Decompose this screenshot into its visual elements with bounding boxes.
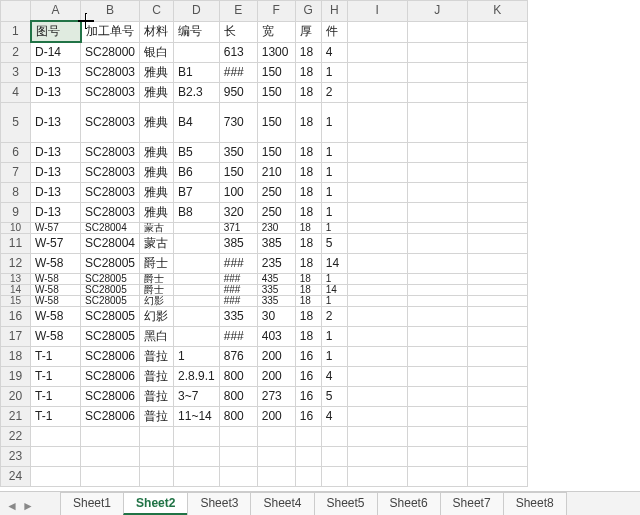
cell[interactable]: 16 <box>295 387 321 407</box>
cell[interactable]: 18 <box>295 63 321 83</box>
cell[interactable] <box>347 367 407 387</box>
row-header[interactable]: 19 <box>1 367 31 387</box>
row-header[interactable]: 10 <box>1 223 31 234</box>
cell[interactable] <box>347 234 407 254</box>
cell[interactable] <box>347 63 407 83</box>
cell[interactable]: 1 <box>321 327 347 347</box>
cell[interactable]: D-14 <box>31 42 81 63</box>
cell[interactable] <box>257 427 295 447</box>
cell[interactable]: D-13 <box>31 163 81 183</box>
cell[interactable] <box>347 407 407 427</box>
cell[interactable] <box>467 427 527 447</box>
cell[interactable] <box>347 427 407 447</box>
cell[interactable]: 200 <box>257 367 295 387</box>
row-header[interactable]: 5 <box>1 103 31 143</box>
cell[interactable] <box>174 285 220 296</box>
cell[interactable] <box>347 183 407 203</box>
cell[interactable]: 1300 <box>257 42 295 63</box>
cell[interactable]: B6 <box>174 163 220 183</box>
row-header[interactable]: 17 <box>1 327 31 347</box>
cell[interactable] <box>347 307 407 327</box>
cell[interactable]: SC28003 <box>81 143 140 163</box>
row-header[interactable]: 3 <box>1 63 31 83</box>
cell[interactable]: SC28005 <box>81 307 140 327</box>
cell[interactable]: 335 <box>257 296 295 307</box>
cell[interactable] <box>467 223 527 234</box>
sheet-tab-sheet7[interactable]: Sheet7 <box>440 492 504 515</box>
cell[interactable] <box>31 427 81 447</box>
column-header-B[interactable]: B <box>81 1 140 22</box>
cell[interactable]: 18 <box>295 163 321 183</box>
cell[interactable]: 4 <box>321 407 347 427</box>
column-header-E[interactable]: E <box>219 1 257 22</box>
cell[interactable]: 320 <box>219 203 257 223</box>
cell[interactable]: 18 <box>295 296 321 307</box>
cell[interactable]: 5 <box>321 234 347 254</box>
cell[interactable]: 18 <box>295 103 321 143</box>
cell[interactable]: 爵士 <box>140 254 174 274</box>
cell[interactable] <box>467 83 527 103</box>
cell[interactable]: 18 <box>295 223 321 234</box>
cell[interactable]: 200 <box>257 407 295 427</box>
cell[interactable]: 385 <box>219 234 257 254</box>
tab-nav-buttons[interactable]: ◄ ► <box>6 499 34 513</box>
cell[interactable]: 编号 <box>174 21 220 42</box>
cell[interactable] <box>140 427 174 447</box>
cell[interactable] <box>174 447 220 467</box>
sheet-tab-sheet2[interactable]: Sheet2 <box>123 492 188 515</box>
cell[interactable] <box>81 467 140 487</box>
cell[interactable]: 403 <box>257 327 295 347</box>
cell[interactable]: SC28004 <box>81 234 140 254</box>
cell[interactable]: 图号 <box>31 21 81 42</box>
sheet-tab-sheet6[interactable]: Sheet6 <box>377 492 441 515</box>
sheet-tab-sheet1[interactable]: Sheet1 <box>60 492 124 515</box>
row-header[interactable]: 21 <box>1 407 31 427</box>
cell[interactable] <box>467 163 527 183</box>
cell[interactable] <box>407 407 467 427</box>
cell[interactable]: W-58 <box>31 285 81 296</box>
row-header[interactable]: 24 <box>1 467 31 487</box>
column-header-row[interactable]: ABCDEFGHIJK <box>1 1 528 22</box>
cell[interactable] <box>467 254 527 274</box>
cell[interactable]: SC28000 <box>81 42 140 63</box>
cell[interactable]: 1 <box>321 63 347 83</box>
cell[interactable] <box>347 163 407 183</box>
cell[interactable]: D-13 <box>31 143 81 163</box>
cell[interactable]: SC28003 <box>81 183 140 203</box>
cell[interactable]: SC28006 <box>81 407 140 427</box>
cell[interactable] <box>295 447 321 467</box>
cell[interactable]: 1 <box>321 296 347 307</box>
cell[interactable] <box>347 447 407 467</box>
cell[interactable]: 雅典 <box>140 63 174 83</box>
cell[interactable] <box>407 143 467 163</box>
cell[interactable] <box>321 447 347 467</box>
cell[interactable]: 800 <box>219 407 257 427</box>
cell[interactable] <box>407 447 467 467</box>
cell[interactable]: 14 <box>321 285 347 296</box>
cell[interactable]: 235 <box>257 254 295 274</box>
cell[interactable]: SC28006 <box>81 347 140 367</box>
cell[interactable] <box>407 203 467 223</box>
cell[interactable] <box>347 21 407 42</box>
cell[interactable]: 1 <box>321 183 347 203</box>
sheet-tab-sheet8[interactable]: Sheet8 <box>503 492 567 515</box>
cell[interactable]: D-13 <box>31 203 81 223</box>
cell[interactable]: 18 <box>295 307 321 327</box>
cell[interactable]: 11~14 <box>174 407 220 427</box>
cell[interactable] <box>467 347 527 367</box>
cell[interactable]: 普拉 <box>140 347 174 367</box>
cell[interactable] <box>295 467 321 487</box>
column-header-I[interactable]: I <box>347 1 407 22</box>
cell[interactable] <box>295 427 321 447</box>
cell[interactable]: 普拉 <box>140 407 174 427</box>
cell[interactable] <box>467 447 527 467</box>
cell[interactable] <box>347 347 407 367</box>
cell[interactable] <box>347 103 407 143</box>
cell[interactable] <box>407 183 467 203</box>
cell[interactable]: 爵士 <box>140 274 174 285</box>
cell[interactable]: 4 <box>321 367 347 387</box>
cell[interactable]: D-13 <box>31 63 81 83</box>
cell[interactable] <box>467 285 527 296</box>
cell[interactable]: W-57 <box>31 234 81 254</box>
cell[interactable]: 613 <box>219 42 257 63</box>
